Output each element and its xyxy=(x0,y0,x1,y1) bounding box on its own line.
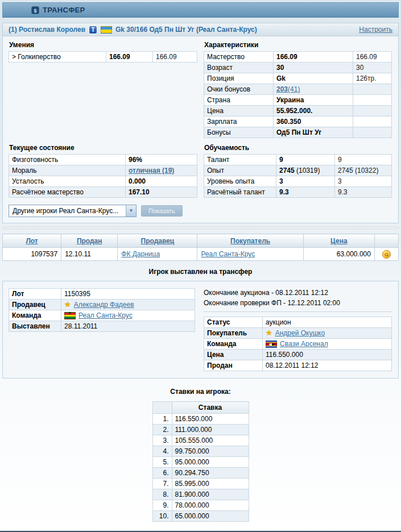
sort-price-link[interactable]: Цена xyxy=(330,237,348,245)
player-name: (1) Ростислав Королев xyxy=(9,26,85,34)
page: $ ТРАНСФЕР (1) Ростислав Королев T Gk 30… xyxy=(0,0,401,532)
table-row: Физготовность 96% xyxy=(9,155,197,165)
bids-table: Ставка 1. 116.550.000 2. 111.000.000 3. … xyxy=(152,401,249,522)
skills-table: > Голкиперство 166.09 166.09 xyxy=(9,51,197,63)
current-price: 116.550.000 xyxy=(263,350,392,360)
table-row: Покупатель ★Андрей Окушко xyxy=(204,328,392,339)
eswatini-flag-icon xyxy=(266,340,277,348)
bid-row: 3. 105.555.000 xyxy=(152,435,249,446)
configure-link[interactable]: Настроить xyxy=(359,26,392,34)
table-row: Уровень опыта 3 3 xyxy=(204,176,392,187)
seller-team-link[interactable]: Реал Санта-Крус xyxy=(78,311,133,319)
skill-value: 166.09 xyxy=(106,52,153,63)
sort-buyer-link[interactable]: Покупатель xyxy=(230,237,270,245)
skills-heading: Умения xyxy=(9,41,198,49)
bid-row: 6. 90.294.750 xyxy=(152,468,249,479)
table-row: Талант 9 9 xyxy=(204,155,392,165)
lot-history-table: Лот Продан Продавец Покупатель Цена 1097… xyxy=(2,234,399,261)
table-row: Опыт 2745 (10319) 2745 (10322) xyxy=(204,165,392,176)
sold-datetime: 08.12.2011 12:12 xyxy=(263,360,392,371)
player-header: (1) Ростислав Королев T Gk 30/166 Од5 Пн… xyxy=(3,23,398,36)
table-row: Позиция Gk 126тр. xyxy=(204,73,392,84)
sort-seller-link[interactable]: Продавец xyxy=(141,237,175,245)
seller-team-link[interactable]: ФК Дарница xyxy=(121,250,160,258)
current-state-heading: Текущее состояние xyxy=(9,144,198,152)
seller-manager-link[interactable]: Александр Фадеев xyxy=(74,301,134,309)
bids-column-header: Ставка xyxy=(172,402,249,414)
table-row: Мастерство 166.09 166.09 xyxy=(204,52,392,63)
characteristics-section: Характеристики Мастерство 166.09 166.09 … xyxy=(204,41,392,138)
buyer-team-link[interactable]: Свази Арсенал xyxy=(280,340,328,348)
fp-check-end-line: Окончание проверки ФП - 12.12.2011 02:00 xyxy=(204,298,392,307)
buyer-manager-link[interactable]: Андрей Окушко xyxy=(275,329,325,337)
table-row: > Голкиперство 166.09 166.09 xyxy=(9,52,197,63)
buyer-team-link[interactable]: Реал Санта-Крус xyxy=(201,250,255,258)
trainability-section: Обучаемость Талант 9 9 Опыт 2745 (10319)… xyxy=(204,144,392,198)
bid-row: 8. 81.900.000 xyxy=(152,489,249,500)
bid-row: 1. 116.550.000 xyxy=(152,414,249,425)
auction-status-table: Статус аукцион Покупатель ★Андрей Окушко… xyxy=(204,317,392,371)
lot-number: 1097537 xyxy=(3,248,61,261)
lot-history-row: 1097537 12.10.11 ФК Дарница Реал Санта-К… xyxy=(3,248,399,261)
table-row: Команда Реал Санта-Крус xyxy=(9,310,195,321)
characteristics-heading: Характеристики xyxy=(204,41,392,49)
table-row: Выставлен 28.11.2011 xyxy=(9,321,195,332)
bid-row: 2. 111.000.000 xyxy=(152,425,249,435)
bid-row: 5. 95.000.000 xyxy=(152,457,249,468)
trainability-table: Талант 9 9 Опыт 2745 (10319) 2745 (10322… xyxy=(204,154,392,198)
transfer-badge-icon: T xyxy=(89,26,97,34)
other-players-controls: Другие игроки Реал Санта-Крус... ▼ Показ… xyxy=(9,205,392,217)
transfer-box: Лот 1150395 Продавец ★Александр Фадеев К… xyxy=(2,281,399,379)
table-row: Команда Свази Арсенал xyxy=(204,339,392,350)
bid-row: 7. 85.995.000 xyxy=(152,479,249,489)
skills-section: Умения > Голкиперство 166.09 166.09 xyxy=(9,41,198,138)
bid-row: 4. 99.750.000 xyxy=(152,446,249,457)
table-row: Цена 116.550.000 xyxy=(204,350,392,360)
star-icon: ★ xyxy=(64,301,71,308)
auction-status: аукцион xyxy=(263,317,392,328)
transfer-icon: $ xyxy=(31,6,39,14)
player-summary: Gk 30/166 Од5 Пн Шт Уг (Реал Санта-Крус) xyxy=(115,26,257,34)
transfer-lot-section: Лот 1150395 Продавец ★Александр Фадеев К… xyxy=(9,288,198,371)
star-icon: ★ xyxy=(266,330,272,336)
table-row: Лот 1150395 xyxy=(9,289,195,300)
title-bar: $ ТРАНСФЕР xyxy=(2,2,399,18)
show-button[interactable]: Показать xyxy=(141,205,183,217)
price-value: 63.000.000 xyxy=(303,248,374,261)
characteristics-table: Мастерство 166.09 166.09 Возраст 30 30 П… xyxy=(204,51,392,138)
transfer-lot-table: Лот 1150395 Продавец ★Александр Фадеев К… xyxy=(9,288,195,332)
bonus-points-link[interactable]: 203(41) xyxy=(276,85,300,93)
page-title: ТРАНСФЕР xyxy=(43,6,85,14)
table-row: Расчётный талант 9.3 9.3 xyxy=(204,187,392,198)
table-row: Бонусы Од5 Пн Шт Уг xyxy=(204,127,392,138)
table-row: Расчётное мастерство 167.10 xyxy=(9,187,197,198)
table-row: Цена 55.952.000. xyxy=(204,106,392,117)
table-row: Очки бонусов 203(41) xyxy=(204,84,392,95)
other-players-select[interactable]: Другие игроки Реал Санта-Крус... ▼ xyxy=(9,205,137,217)
trainability-heading: Обучаемость xyxy=(204,144,392,152)
table-row: Мораль отличная (19) xyxy=(9,165,197,176)
sort-sold-link[interactable]: Продан xyxy=(77,237,102,245)
lot-history-header-row: Лот Продан Продавец Покупатель Цена xyxy=(3,234,399,248)
bids-header-row: Ставка xyxy=(152,402,249,414)
transfer-lot-number: 1150395 xyxy=(61,289,195,300)
current-state-table: Физготовность 96% Мораль отличная (19) У… xyxy=(9,154,197,198)
chevron-down-icon: ▼ xyxy=(126,205,136,217)
table-row: Страна Украина xyxy=(204,95,392,106)
bid-row: 10. 65.000.000 xyxy=(152,511,249,522)
ukraine-flag-icon xyxy=(101,26,112,34)
bids-heading: Ставки на игрока: xyxy=(2,388,399,396)
select-value: Другие игроки Реал Санта-Крус... xyxy=(9,207,122,215)
table-row: Продан 08.12.2011 12:12 xyxy=(204,360,392,371)
skill-value-secondary: 166.09 xyxy=(153,52,197,63)
morale-link[interactable]: отличная (19) xyxy=(129,167,174,174)
bolivia-flag-icon xyxy=(64,312,76,319)
sort-lot-link[interactable]: Лот xyxy=(26,237,38,245)
skill-label: > Голкиперство xyxy=(9,52,106,63)
current-state-section: Текущее состояние Физготовность 96% Мора… xyxy=(9,144,198,198)
divider xyxy=(204,311,392,312)
player-box: (1) Ростислав Королев T Gk 30/166 Од5 Пн… xyxy=(2,23,399,223)
gold-coin-icon: G xyxy=(382,250,391,259)
table-row: Усталость 0.000 xyxy=(9,176,197,187)
transfer-status-line: Игрок выставлен на трансфер xyxy=(2,268,399,276)
